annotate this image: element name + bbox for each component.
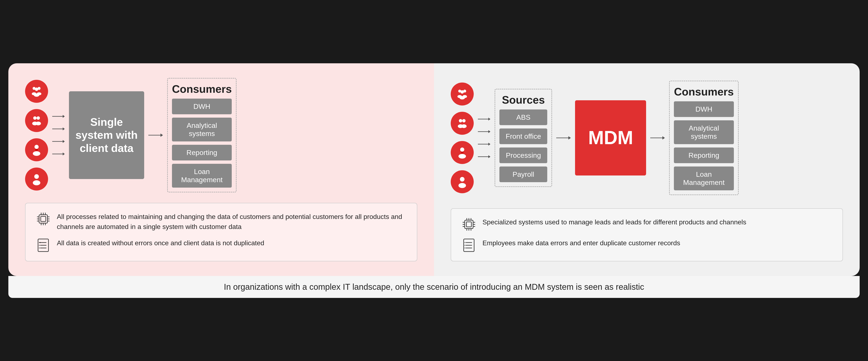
right-consumer-dwh: DWH [674, 101, 734, 117]
list-icon-left [36, 238, 51, 253]
note-text-1: All processes related to maintaining and… [57, 211, 406, 232]
list-icon-right [462, 238, 476, 253]
right-note-1: Specialized systems used to manage leads… [462, 217, 832, 232]
right-icon-group-1 [451, 83, 474, 105]
mdm-label: MDM [588, 127, 633, 149]
right-arrows-1 [478, 116, 490, 160]
sources-box: Sources ABS Front office Processing Payr… [495, 89, 552, 187]
svg-rect-59 [461, 152, 463, 153]
svg-marker-20 [63, 140, 65, 143]
svg-rect-75 [466, 222, 471, 227]
left-icons-col [25, 80, 48, 191]
right-notes: Specialized systems used to manage leads… [451, 208, 843, 261]
arrow-4 [52, 151, 65, 157]
right-person-badge-icon [456, 146, 469, 159]
right-consumer-reporting: Reporting [674, 147, 734, 163]
svg-point-54 [462, 119, 466, 123]
svg-point-53 [459, 119, 462, 123]
svg-point-45 [39, 245, 40, 246]
svg-point-94 [465, 248, 465, 249]
svg-point-13 [34, 174, 39, 179]
right-people-small-icon [456, 117, 469, 130]
consumer-dwh: DWH [172, 99, 232, 114]
source-abs: ABS [499, 109, 547, 125]
right-consumer-loan: LoanManagement [674, 166, 734, 190]
icon-person-badge [25, 138, 48, 161]
consumer-analytical: Analyticalsystems [172, 118, 232, 141]
svg-point-61 [459, 183, 466, 188]
mdm-box: MDM [575, 100, 646, 175]
people-group-icon [30, 85, 43, 98]
svg-marker-18 [63, 127, 65, 130]
chip-icon-left [36, 211, 51, 226]
panels-row: Single system with client data Consumers… [8, 63, 860, 276]
right-consumers-box: Consumers DWH Analyticalsystems Reportin… [669, 80, 739, 195]
right-arrow-4 [478, 154, 490, 160]
icon-group-2 [25, 109, 48, 132]
chip-icon-right [462, 217, 476, 232]
svg-point-9 [35, 122, 41, 125]
svg-rect-25 [39, 215, 48, 223]
note-text-2: All data is created without errors once … [57, 238, 264, 248]
svg-point-5 [34, 93, 39, 97]
svg-point-52 [460, 96, 465, 99]
svg-point-7 [37, 117, 40, 120]
svg-point-57 [460, 147, 464, 152]
right-note-text-1: Specialized systems used to manage leads… [483, 217, 746, 227]
right-icons-col [451, 83, 474, 193]
right-panel: Sources ABS Front office Processing Payr… [434, 63, 860, 276]
left-arrows [52, 113, 65, 157]
svg-marker-69 [488, 155, 490, 158]
left-diagram: Single system with client data Consumers… [25, 78, 417, 192]
svg-marker-65 [488, 130, 490, 133]
svg-marker-63 [488, 118, 490, 121]
right-icon-person-badge [451, 141, 474, 164]
note-1: All processes related to maintaining and… [36, 211, 406, 232]
source-processing: Processing [499, 147, 547, 163]
consumer-reporting: Reporting [172, 145, 232, 160]
right-diagram: Sources ABS Front office Processing Payr… [451, 78, 843, 198]
svg-point-58 [459, 154, 466, 159]
svg-rect-12 [35, 149, 38, 151]
svg-point-11 [33, 151, 40, 156]
svg-point-49 [461, 90, 464, 94]
svg-marker-67 [488, 143, 490, 145]
svg-marker-71 [568, 136, 571, 139]
svg-marker-22 [63, 153, 65, 156]
right-person-icon [456, 175, 469, 189]
right-note-text-2: Employees make data errors and enter dup… [483, 238, 680, 248]
person-icon [30, 172, 43, 186]
sources-to-mdm-arrow [556, 134, 571, 142]
center-to-consumers-arrow [148, 131, 163, 139]
svg-marker-16 [63, 115, 65, 118]
central-box: Single system with client data [69, 91, 144, 179]
consumers-title: Consumers [172, 83, 232, 95]
sources-title: Sources [499, 94, 547, 106]
svg-marker-24 [160, 133, 163, 137]
svg-point-2 [35, 88, 38, 91]
people-small-icon [30, 114, 43, 127]
svg-point-60 [460, 177, 465, 182]
left-notes: All processes related to maintaining and… [25, 203, 417, 261]
consumer-loan: LoanManagement [172, 164, 232, 188]
central-box-text: Single system with client data [71, 111, 142, 159]
svg-rect-74 [465, 220, 473, 229]
icon-person [25, 168, 48, 191]
note-2: All data is created without errors once … [36, 238, 406, 253]
consumers-box: Consumers DWH Analyticalsystems Reportin… [167, 78, 237, 192]
icon-group-1 [25, 80, 48, 103]
svg-point-14 [33, 180, 40, 185]
source-frontoffice: Front office [499, 129, 547, 144]
svg-point-46 [39, 248, 40, 249]
right-icon-group-2 [451, 112, 474, 135]
right-arrow-1 [478, 116, 490, 122]
right-arrow-3 [478, 141, 490, 147]
left-panel: Single system with client data Consumers… [8, 63, 434, 276]
right-arrow-2 [478, 129, 490, 135]
central-line2: system with [75, 129, 138, 141]
central-line1: Single [90, 116, 123, 128]
svg-point-93 [465, 245, 465, 246]
person-badge-icon [30, 143, 43, 157]
bottom-caption: In organizations with a complex IT lands… [8, 276, 860, 298]
arrow-3 [52, 138, 65, 144]
